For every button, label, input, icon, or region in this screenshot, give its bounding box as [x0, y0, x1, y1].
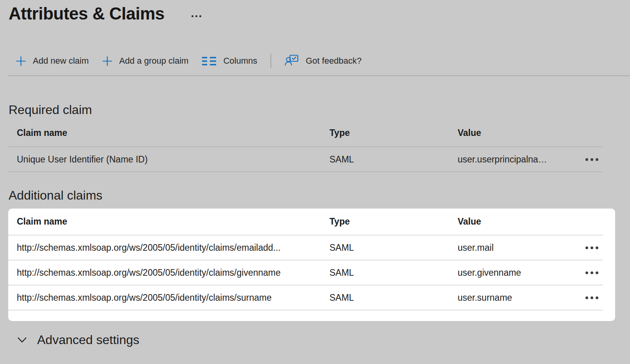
- value-cell: user.userprincipalname [...: [458, 154, 560, 165]
- page-context-menu-button[interactable]: [190, 11, 203, 21]
- plus-icon: [102, 56, 113, 66]
- toolbar-divider: [270, 54, 271, 68]
- claim-name-cell: http://schemas.xmlsoap.org/ws/2005/05/id…: [17, 243, 329, 253]
- additional-claims-table: Claim name Type Value http://schemas.xml…: [8, 209, 603, 310]
- advanced-settings-label: Advanced settings: [37, 333, 140, 347]
- table-header-row: Claim name Type Value: [8, 119, 603, 147]
- edit-columns-icon: [202, 56, 217, 66]
- claim-name-cell: http://schemas.xmlsoap.org/ws/2005/05/id…: [17, 268, 329, 278]
- type-cell: SAML: [329, 243, 458, 253]
- value-cell: user.mail: [458, 243, 560, 253]
- additional-claims-heading: Additional claims: [9, 187, 102, 203]
- add-group-claim-label: Add a group claim: [119, 56, 188, 66]
- type-cell: SAML: [329, 293, 458, 303]
- value-cell: user.surname: [458, 293, 560, 303]
- attributes-claims-page: Attributes & Claims Add new claim Add a …: [0, 0, 630, 364]
- add-new-claim-button[interactable]: Add new claim: [16, 56, 89, 66]
- table-row[interactable]: http://schemas.xmlsoap.org/ws/2005/05/id…: [8, 236, 603, 261]
- type-cell: SAML: [329, 268, 458, 278]
- ellipsis-horizontal-icon: [585, 158, 588, 161]
- add-group-claim-button[interactable]: Add a group claim: [102, 56, 188, 66]
- columns-button[interactable]: Columns: [202, 56, 257, 66]
- toolbar-rule: [8, 75, 630, 76]
- columns-label: Columns: [223, 56, 257, 66]
- ellipsis-horizontal-icon: [585, 246, 588, 249]
- row-menu-button[interactable]: [585, 294, 598, 302]
- ellipsis-horizontal-icon: [192, 15, 193, 17]
- row-menu-button[interactable]: [585, 269, 598, 277]
- person-feedback-icon: [285, 54, 299, 68]
- row-menu-button[interactable]: [585, 156, 598, 163]
- column-header-claim-name: Claim name: [17, 128, 329, 138]
- required-claims-table: Claim name Type Value Unique User Identi…: [8, 119, 603, 172]
- column-header-claim-name: Claim name: [17, 216, 329, 227]
- table-row[interactable]: http://schemas.xmlsoap.org/ws/2005/05/id…: [8, 285, 603, 310]
- claim-name-cell: Unique User Identifier (Name ID): [17, 154, 329, 165]
- ellipsis-horizontal-icon: [585, 296, 588, 299]
- column-header-value: Value: [458, 128, 560, 138]
- claim-name-cell: http://schemas.xmlsoap.org/ws/2005/05/id…: [17, 293, 329, 303]
- column-header-type: Type: [329, 216, 458, 227]
- plus-icon: [16, 56, 26, 66]
- type-cell: SAML: [329, 154, 458, 165]
- required-claim-heading: Required claim: [9, 102, 92, 118]
- advanced-settings-toggle[interactable]: Advanced settings: [17, 331, 140, 348]
- got-feedback-label: Got feedback?: [306, 56, 362, 66]
- table-row[interactable]: Unique User Identifier (Name ID) SAML us…: [8, 147, 603, 172]
- additional-claims-card: Claim name Type Value http://schemas.xml…: [8, 209, 615, 321]
- row-menu-button[interactable]: [585, 244, 598, 252]
- chevron-down-icon: [17, 337, 27, 343]
- column-header-type: Type: [329, 128, 458, 138]
- command-bar: Add new claim Add a group claim Columns: [16, 52, 362, 70]
- page-title: Attributes & Claims: [9, 4, 165, 23]
- got-feedback-button[interactable]: Got feedback?: [285, 54, 362, 68]
- table-row[interactable]: http://schemas.xmlsoap.org/ws/2005/05/id…: [8, 261, 603, 285]
- column-header-value: Value: [458, 216, 560, 227]
- table-header-row: Claim name Type Value: [8, 209, 603, 236]
- add-new-claim-label: Add new claim: [33, 56, 89, 66]
- ellipsis-horizontal-icon: [585, 271, 588, 274]
- value-cell: user.givenname: [458, 268, 560, 278]
